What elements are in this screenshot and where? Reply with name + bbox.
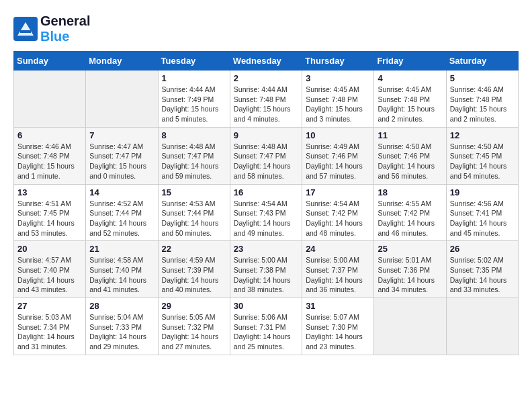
- calendar-cell: 2Sunrise: 4:44 AMSunset: 7:48 PMDaylight…: [230, 71, 302, 128]
- calendar-cell: 1Sunrise: 4:44 AMSunset: 7:49 PMDaylight…: [158, 71, 230, 128]
- day-number: 31: [306, 301, 370, 311]
- day-info: Sunrise: 4:54 AMSunset: 7:42 PMDaylight:…: [306, 199, 370, 238]
- day-number: 8: [162, 130, 226, 140]
- calendar-cell: [374, 298, 446, 355]
- week-row-2: 6Sunrise: 4:46 AMSunset: 7:48 PMDaylight…: [14, 127, 519, 184]
- day-number: 18: [378, 187, 442, 197]
- calendar-cell: 7Sunrise: 4:47 AMSunset: 7:47 PMDaylight…: [86, 127, 158, 184]
- calendar-cell: 5Sunrise: 4:46 AMSunset: 7:48 PMDaylight…: [446, 71, 518, 128]
- day-info: Sunrise: 4:45 AMSunset: 7:48 PMDaylight:…: [306, 85, 370, 124]
- week-row-1: 1Sunrise: 4:44 AMSunset: 7:49 PMDaylight…: [14, 71, 519, 128]
- day-info: Sunrise: 4:44 AMSunset: 7:48 PMDaylight:…: [234, 85, 298, 124]
- day-info: Sunrise: 5:00 AMSunset: 7:38 PMDaylight:…: [234, 255, 298, 295]
- calendar-cell: 14Sunrise: 4:52 AMSunset: 7:44 PMDayligh…: [86, 184, 158, 241]
- day-number: 1: [162, 73, 226, 83]
- day-number: 3: [306, 73, 370, 83]
- day-info: Sunrise: 4:53 AMSunset: 7:44 PMDaylight:…: [162, 199, 226, 238]
- day-number: 17: [306, 187, 370, 197]
- calendar-header: SundayMondayTuesdayWednesdayThursdayFrid…: [14, 52, 519, 71]
- calendar-cell: 25Sunrise: 5:01 AMSunset: 7:36 PMDayligh…: [374, 241, 446, 298]
- day-info: Sunrise: 4:48 AMSunset: 7:47 PMDaylight:…: [162, 142, 226, 181]
- calendar-cell: 9Sunrise: 4:48 AMSunset: 7:47 PMDaylight…: [230, 127, 302, 184]
- day-info: Sunrise: 4:45 AMSunset: 7:48 PMDaylight:…: [378, 85, 442, 124]
- day-number: 5: [450, 73, 515, 83]
- calendar-cell: 10Sunrise: 4:49 AMSunset: 7:46 PMDayligh…: [302, 127, 374, 184]
- weekday-row: SundayMondayTuesdayWednesdayThursdayFrid…: [14, 52, 519, 71]
- weekday-header-friday: Friday: [374, 52, 446, 71]
- day-info: Sunrise: 4:52 AMSunset: 7:44 PMDaylight:…: [89, 199, 154, 238]
- day-info: Sunrise: 4:50 AMSunset: 7:46 PMDaylight:…: [378, 142, 442, 181]
- week-row-3: 13Sunrise: 4:51 AMSunset: 7:45 PMDayligh…: [14, 184, 519, 241]
- day-info: Sunrise: 5:00 AMSunset: 7:37 PMDaylight:…: [306, 255, 370, 295]
- calendar-body: 1Sunrise: 4:44 AMSunset: 7:49 PMDaylight…: [14, 71, 519, 355]
- day-info: Sunrise: 5:06 AMSunset: 7:31 PMDaylight:…: [234, 312, 298, 352]
- logo-text: General Blue: [40, 13, 90, 44]
- calendar-cell: 3Sunrise: 4:45 AMSunset: 7:48 PMDaylight…: [302, 71, 374, 128]
- day-info: Sunrise: 5:05 AMSunset: 7:32 PMDaylight:…: [162, 312, 226, 352]
- calendar-cell: [446, 298, 518, 355]
- day-number: 28: [89, 301, 154, 311]
- calendar-cell: 6Sunrise: 4:46 AMSunset: 7:48 PMDaylight…: [14, 127, 86, 184]
- weekday-header-monday: Monday: [86, 52, 158, 71]
- calendar-cell: 31Sunrise: 5:07 AMSunset: 7:30 PMDayligh…: [302, 298, 374, 355]
- day-number: 14: [89, 187, 154, 197]
- day-number: 10: [306, 130, 370, 140]
- day-number: 15: [162, 187, 226, 197]
- day-info: Sunrise: 4:44 AMSunset: 7:49 PMDaylight:…: [162, 85, 226, 124]
- calendar-cell: 8Sunrise: 4:48 AMSunset: 7:47 PMDaylight…: [158, 127, 230, 184]
- weekday-header-sunday: Sunday: [14, 52, 86, 71]
- day-number: 2: [234, 73, 298, 83]
- calendar-cell: 19Sunrise: 4:56 AMSunset: 7:41 PMDayligh…: [446, 184, 518, 241]
- page-header: General Blue: [13, 13, 519, 44]
- day-number: 27: [17, 301, 82, 311]
- calendar-table: SundayMondayTuesdayWednesdayThursdayFrid…: [13, 51, 519, 355]
- calendar-cell: 28Sunrise: 5:04 AMSunset: 7:33 PMDayligh…: [86, 298, 158, 355]
- day-number: 20: [17, 244, 82, 254]
- week-row-4: 20Sunrise: 4:57 AMSunset: 7:40 PMDayligh…: [14, 241, 519, 298]
- day-info: Sunrise: 4:56 AMSunset: 7:41 PMDaylight:…: [450, 199, 515, 238]
- day-number: 23: [234, 244, 298, 254]
- calendar-cell: 18Sunrise: 4:55 AMSunset: 7:42 PMDayligh…: [374, 184, 446, 241]
- calendar-cell: 12Sunrise: 4:50 AMSunset: 7:45 PMDayligh…: [446, 127, 518, 184]
- calendar-cell: [14, 71, 86, 128]
- day-info: Sunrise: 5:01 AMSunset: 7:36 PMDaylight:…: [378, 255, 442, 295]
- day-info: Sunrise: 4:50 AMSunset: 7:45 PMDaylight:…: [450, 142, 515, 181]
- calendar-cell: 11Sunrise: 4:50 AMSunset: 7:46 PMDayligh…: [374, 127, 446, 184]
- calendar-cell: 16Sunrise: 4:54 AMSunset: 7:43 PMDayligh…: [230, 184, 302, 241]
- day-info: Sunrise: 4:49 AMSunset: 7:46 PMDaylight:…: [306, 142, 370, 181]
- day-info: Sunrise: 5:04 AMSunset: 7:33 PMDaylight:…: [89, 312, 154, 352]
- calendar-cell: 13Sunrise: 4:51 AMSunset: 7:45 PMDayligh…: [14, 184, 86, 241]
- logo-icon: [13, 17, 38, 41]
- calendar-cell: 27Sunrise: 5:03 AMSunset: 7:34 PMDayligh…: [14, 298, 86, 355]
- day-info: Sunrise: 4:46 AMSunset: 7:48 PMDaylight:…: [17, 142, 82, 181]
- weekday-header-saturday: Saturday: [446, 52, 518, 71]
- calendar-cell: 20Sunrise: 4:57 AMSunset: 7:40 PMDayligh…: [14, 241, 86, 298]
- day-number: 24: [306, 244, 370, 254]
- day-number: 26: [450, 244, 515, 254]
- calendar-cell: 29Sunrise: 5:05 AMSunset: 7:32 PMDayligh…: [158, 298, 230, 355]
- day-number: 29: [162, 301, 226, 311]
- calendar-cell: 24Sunrise: 5:00 AMSunset: 7:37 PMDayligh…: [302, 241, 374, 298]
- day-number: 13: [17, 187, 82, 197]
- day-number: 11: [378, 130, 442, 140]
- weekday-header-tuesday: Tuesday: [158, 52, 230, 71]
- day-number: 9: [234, 130, 298, 140]
- calendar-cell: 17Sunrise: 4:54 AMSunset: 7:42 PMDayligh…: [302, 184, 374, 241]
- day-number: 21: [89, 244, 154, 254]
- day-number: 25: [378, 244, 442, 254]
- calendar-cell: 4Sunrise: 4:45 AMSunset: 7:48 PMDaylight…: [374, 71, 446, 128]
- day-info: Sunrise: 5:03 AMSunset: 7:34 PMDaylight:…: [17, 312, 82, 352]
- day-info: Sunrise: 4:47 AMSunset: 7:47 PMDaylight:…: [89, 142, 154, 181]
- day-info: Sunrise: 4:55 AMSunset: 7:42 PMDaylight:…: [378, 199, 442, 238]
- day-info: Sunrise: 5:02 AMSunset: 7:35 PMDaylight:…: [450, 255, 515, 295]
- calendar-cell: 23Sunrise: 5:00 AMSunset: 7:38 PMDayligh…: [230, 241, 302, 298]
- week-row-5: 27Sunrise: 5:03 AMSunset: 7:34 PMDayligh…: [14, 298, 519, 355]
- calendar-cell: 21Sunrise: 4:58 AMSunset: 7:40 PMDayligh…: [86, 241, 158, 298]
- calendar-cell: [86, 71, 158, 128]
- day-info: Sunrise: 4:46 AMSunset: 7:48 PMDaylight:…: [450, 85, 515, 124]
- day-info: Sunrise: 4:51 AMSunset: 7:45 PMDaylight:…: [17, 199, 82, 238]
- day-number: 12: [450, 130, 515, 140]
- weekday-header-wednesday: Wednesday: [230, 52, 302, 71]
- svg-rect-2: [20, 30, 31, 33]
- day-number: 6: [17, 130, 82, 140]
